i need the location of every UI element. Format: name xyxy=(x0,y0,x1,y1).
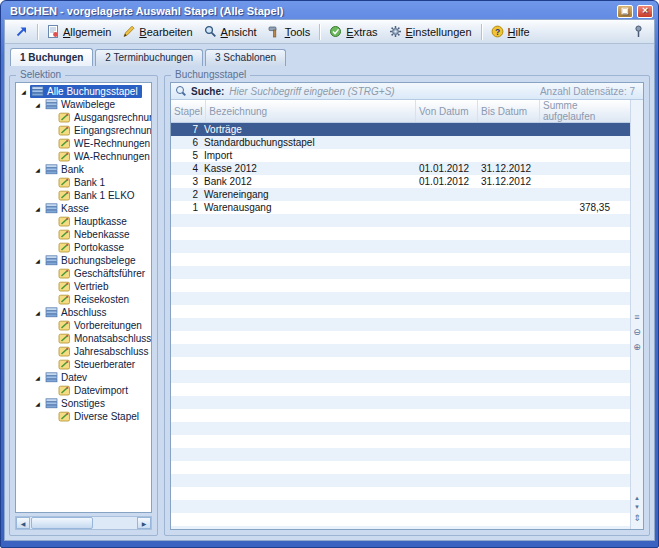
journal-icon xyxy=(58,190,71,201)
grid-area: Stapel Bezeichnung Von Datum Bis Datum S… xyxy=(171,100,643,529)
table-row-empty xyxy=(171,474,630,487)
tree-item[interactable]: Vorbereitungen xyxy=(16,319,151,332)
menu-item-allgemein[interactable]: Allgemein xyxy=(42,23,116,40)
tree-item[interactable]: Diverse Stapel xyxy=(16,410,151,423)
tree-item-label: Wawibelege xyxy=(61,99,115,110)
expand-arrow-icon[interactable]: ◢ xyxy=(31,166,44,173)
table-row-empty xyxy=(171,461,630,474)
stack-icon xyxy=(45,99,58,110)
tree-group[interactable]: ◢Alle Buchungsstapel xyxy=(16,85,151,98)
tree-item[interactable]: WA-Rechnungen ohne Wawi xyxy=(16,150,151,163)
column-header-von-datum[interactable]: Von Datum xyxy=(416,100,478,122)
table-row-empty xyxy=(171,292,630,305)
cell-stapel: 4 xyxy=(171,162,201,175)
tree-group[interactable]: ◢Kasse xyxy=(16,202,151,215)
pin-button[interactable] xyxy=(628,23,649,40)
scrollbar-thumb[interactable] xyxy=(31,517,93,529)
tree-item-label: Geschäftsführer xyxy=(74,268,145,279)
table-row[interactable]: 7Vorträge xyxy=(171,123,630,136)
menu-item-bearbeiten[interactable]: Bearbeiten xyxy=(117,23,197,40)
tree-item[interactable]: Geschäftsführer xyxy=(16,267,151,280)
zoom-in-icon[interactable]: ⊕ xyxy=(632,342,643,353)
column-header-summe[interactable]: Summe aufgelaufen xyxy=(540,100,630,122)
menu-item-ansicht[interactable]: Ansicht xyxy=(199,23,262,40)
menu-item-einstellungen[interactable]: Einstellungen xyxy=(384,23,477,40)
column-header-bis-datum[interactable]: Bis Datum xyxy=(478,100,540,122)
tree-item[interactable]: Eingangsrechnungen xyxy=(16,124,151,137)
tree-item[interactable]: Jahresabschluss xyxy=(16,345,151,358)
tree-item[interactable]: Nebenkasse xyxy=(16,228,151,241)
cell-bis_datum: 31.12.2012 xyxy=(478,162,540,175)
tab-buchungen[interactable]: 1 Buchungen xyxy=(10,48,93,66)
scroll-left-icon: ◀ xyxy=(21,520,26,527)
titlebar[interactable]: BUCHEN - vorgelagerte Auswahl Stapel (Al… xyxy=(4,1,655,19)
expand-arrow-icon[interactable]: ◢ xyxy=(31,101,44,108)
window-button-maximize[interactable]: ▣ xyxy=(617,5,633,18)
expand-arrow-icon[interactable]: ◢ xyxy=(31,205,44,212)
tree-item[interactable]: Ausgangsrechnungen xyxy=(16,111,151,124)
scroll-up-icon[interactable]: ▲ xyxy=(632,494,643,501)
tree-item[interactable]: Bank 1 xyxy=(16,176,151,189)
cell-stapel: 6 xyxy=(171,136,201,149)
table-row-empty xyxy=(171,448,630,461)
tree-item[interactable]: WE-Rechnungen ohne Wawi xyxy=(16,137,151,150)
scroll-left-button[interactable]: ◀ xyxy=(16,517,30,529)
table-row-empty xyxy=(171,344,630,357)
tree-item[interactable]: Datevimport xyxy=(16,384,151,397)
tree-item[interactable]: Monatsabschluss xyxy=(16,332,151,345)
table-row[interactable]: 4Kasse 201201.01.201231.12.2012 xyxy=(171,162,630,175)
menu-item-tools[interactable]: Tools xyxy=(263,23,316,40)
cell-stapel: 7 xyxy=(171,123,201,136)
tree-item[interactable]: Reisekosten xyxy=(16,293,151,306)
cell-stapel: 5 xyxy=(171,149,201,162)
table-row[interactable]: 5Import xyxy=(171,149,630,162)
column-header-stapel[interactable]: Stapel xyxy=(171,100,206,122)
scroll-right-button[interactable]: ▶ xyxy=(137,517,151,529)
tree-group[interactable]: ◢Buchungsbelege xyxy=(16,254,151,267)
tree-item-row: Hauptkasse xyxy=(57,215,131,228)
table-row-empty xyxy=(171,318,630,331)
tree-group[interactable]: ◢Abschluss xyxy=(16,306,151,319)
column-header-bezeichnung[interactable]: Bezeichnung xyxy=(206,100,416,122)
tab-terminbuchungen[interactable]: 2 Terminbuchungen xyxy=(95,49,203,66)
buchungsstapel-grid: Suche: Hier Suchbegriff eingeben (STRG+S… xyxy=(170,82,644,530)
menu-item-extras[interactable]: Extras xyxy=(324,23,382,40)
table-row-empty xyxy=(171,240,630,253)
expand-arrow-icon[interactable]: ◢ xyxy=(17,88,30,95)
list-icon[interactable]: ≡ xyxy=(632,312,643,323)
tree-item[interactable]: Bank 1 ELKO xyxy=(16,189,151,202)
window-button-close[interactable]: ✕ xyxy=(637,5,653,18)
tree-group[interactable]: ◢Bank xyxy=(16,163,151,176)
tree-item[interactable]: Portokasse xyxy=(16,241,151,254)
tree-group[interactable]: ◢Wawibelege xyxy=(16,98,151,111)
table-row[interactable]: 1Warenausgang378,35 xyxy=(171,201,630,214)
tree-item-label: Alle Buchungsstapel xyxy=(47,86,138,97)
scroll-down-icon[interactable]: ▼ xyxy=(632,503,643,510)
document-icon xyxy=(47,25,59,38)
table-row[interactable]: 6Standardbuchungsstapel xyxy=(171,136,630,149)
expand-arrow-icon[interactable]: ◢ xyxy=(31,400,44,407)
resize-icon[interactable]: ⇕ xyxy=(632,513,643,524)
table-row-empty xyxy=(171,513,630,526)
table-row[interactable]: 3Bank 201201.01.201231.12.2012 xyxy=(171,175,630,188)
expand-arrow-icon[interactable]: ◢ xyxy=(31,257,44,264)
tree-item[interactable]: Steuerberater xyxy=(16,358,151,371)
tree-item[interactable]: Hauptkasse xyxy=(16,215,151,228)
zoom-out-icon[interactable]: ⊖ xyxy=(632,327,643,338)
tree-group[interactable]: ◢Sonstiges xyxy=(16,397,151,410)
h-scrollbar[interactable]: ◀ ▶ xyxy=(15,516,152,530)
tree-item[interactable]: Vertrieb xyxy=(16,280,151,293)
expand-arrow-icon[interactable]: ◢ xyxy=(31,374,44,381)
tree-item-label: Ausgangsrechnungen xyxy=(74,112,152,123)
expand-arrow-icon[interactable]: ◢ xyxy=(31,309,44,316)
tree-group[interactable]: ◢Datev xyxy=(16,371,151,384)
menu-item-hilfe[interactable]: ? Hilfe xyxy=(486,23,535,40)
scrollbar-track[interactable] xyxy=(94,517,137,529)
jump-button[interactable] xyxy=(10,23,33,40)
tree-item-row: Jahresabschluss xyxy=(57,345,152,358)
table-row[interactable]: 2Wareneingang xyxy=(171,188,630,201)
search-input[interactable]: Hier Suchbegriff eingeben (STRG+S) xyxy=(229,86,394,97)
arrow-up-right-icon xyxy=(15,25,28,38)
table-row-empty xyxy=(171,435,630,448)
tab-schablonen[interactable]: 3 Schablonen xyxy=(205,49,286,66)
